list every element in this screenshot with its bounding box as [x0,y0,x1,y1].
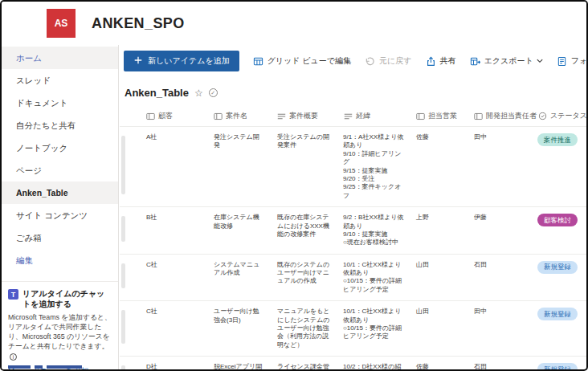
cell-summary: 既存のシステムのユーザー向けマニュアルの作成 [267,259,333,295]
cell-dev_lead: 田中 [463,132,528,200]
cell-sales: 山田 [406,259,463,295]
cell-customer: C社 [136,259,203,295]
status-badge: 顧客検討 [537,214,578,226]
column-header-5[interactable]: 担当営業 [406,111,463,121]
export-icon [470,56,480,67]
cell-history: 10/1：C社XX様より依頼あり ○10/15：要件の詳細ヒアリング予定 [333,259,406,295]
sidebar-item-anken-table[interactable]: Anken_Table [2,181,118,204]
row-handle [121,310,125,344]
check-circle-icon: ✓ [209,88,218,97]
teams-icon: T [8,289,18,300]
table-row[interactable]: B社在庫システム機能改修既存の在庫システムにおけるXXX機能の改修案件9/2：B… [120,207,586,255]
cell-customer: C社 [136,306,203,349]
sidebar-item-edit[interactable]: 編集 [2,249,118,271]
cell-summary: ライセンス課金管理をExcelで現在実施している部分をアプリ化 [267,361,333,369]
teams-promo-description: Microsoft Teams を追加すると、リアルタイムで共同作業したり、Mi… [8,312,112,361]
cell-sales: 佐藤 [406,361,463,369]
status-badge: 新規登録 [537,308,578,320]
column-label: 経緯 [356,111,370,121]
sidebar-item-home[interactable]: ホーム [2,47,118,69]
column-header-2[interactable]: 案件名 [203,111,267,121]
cell-project: ユーザー向け勉強会(3日) [203,306,267,349]
row-handle [121,263,125,289]
cell-history: 9/2：B社XX様より依頼あり 9/10：提案実施 ○現在お客様検討中 [333,212,406,247]
form-icon [557,56,567,67]
table-header-row: 顧客案件名案件概要経緯担当営業開発担当責任者ステータス [120,106,586,127]
cell-status: 新規登録 [528,259,586,295]
share-icon [426,56,436,67]
export-label: エクスポート [484,55,533,67]
export-button[interactable]: エクスポート [470,55,543,67]
cell-summary: 既存の在庫システムにおけるXXX機能の改修案件 [267,212,333,247]
table-row[interactable]: A社発注システム開発受注システムの開発案件9/1：A社XX様より依頼あり 9/1… [120,127,586,207]
table-row[interactable]: D社脱Excelアプリ開発ライセンス課金管理をExcelで現在実施している部分を… [120,357,586,369]
site-logo[interactable]: AS [47,9,76,38]
cell-dev_lead: 石田 [463,361,528,369]
form-button[interactable]: フォーム新規 [557,55,586,67]
cell-project: システムマニュアル作成 [203,259,267,295]
cell-dev_lead: 田中 [463,306,528,349]
table-row[interactable]: C社ユーザー向け勉強会(3日)マニュアルをもとにしたシステムのユーザー向け勉強会… [120,301,586,357]
edit-grid-label: グリッド ビューで編集 [267,55,351,67]
sidebar-item-notebook[interactable]: ノートブック [2,137,118,159]
text-column-icon [214,112,223,120]
cell-dev_lead: 伊藤 [463,212,528,247]
column-label: 担当営業 [428,111,457,121]
teams-promo-title: リアルタイムのチャットを追加する [22,288,112,309]
text-column-icon [416,112,425,120]
row-select-gutter[interactable] [120,212,136,247]
status-badge: 新規登録 [537,261,578,274]
sidebar-item-pages[interactable]: ページ [2,159,118,181]
choice-icon [538,112,547,120]
sidebar-item-recycle-bin[interactable]: ごみ箱 [2,226,118,249]
favorite-star-icon[interactable]: ☆ [194,88,203,98]
cell-project: 脱Excelアプリ開発 [203,361,267,369]
sidebar-item-documents[interactable]: ドキュメント [2,92,118,114]
column-label: ステータス [550,111,586,121]
cell-status: 案件推進 [528,132,586,200]
cell-summary: 受注システムの開発案件 [267,132,333,200]
column-label: 案件概要 [289,111,318,121]
list-table: 顧客案件名案件概要経緯担当営業開発担当責任者ステータス A社発注システム開発受注… [120,106,586,369]
cell-status: 顧客検討 [528,212,586,247]
table-row[interactable]: C社システムマニュアル作成既存のシステムのユーザー向けマニュアルの作成10/1：… [120,255,586,302]
cell-summary: マニュアルをもとにしたシステムのユーザー向け勉強会（利用方法の説明など） [267,306,333,349]
row-select-gutter[interactable] [120,306,136,349]
column-label: 案件名 [226,111,247,121]
share-button[interactable]: 共有 [426,55,456,67]
undo-button[interactable]: 元に戻す [365,55,411,67]
list-title: Anken_Table [125,87,189,99]
main-content: 新しいアイテムを追加グリッド ビューで編集元に戻す共有エクスポートフォーム新規自… [120,45,586,369]
sidebar-item-shared-with-us[interactable]: 自分たちと共有 [2,114,118,137]
row-select-gutter[interactable] [120,132,136,200]
cell-dev_lead: 石田 [463,259,528,295]
column-header-6[interactable]: 開発担当責任者 [463,111,528,121]
teams-promo: T リアルタイムのチャットを追加する Microsoft Teams を追加する… [2,281,118,369]
site-title: ANKEN_SPO [92,15,185,32]
cell-history: 10/2：D社XX様の紹介で●●様より依頼あり ○10/14：要件の詳細ヒアリン… [333,361,406,369]
column-header-4[interactable]: 経緯 [333,111,406,121]
chevron-down-icon [537,59,543,63]
undo-label: 元に戻す [379,55,411,67]
cell-status: 新規登録 [528,306,586,349]
sidebar-item-threads[interactable]: スレッド [2,69,118,92]
sidebar-item-site-contents[interactable]: サイト コンテンツ [2,204,118,226]
status-badge: 案件推進 [537,133,578,146]
row-handle [121,136,125,194]
row-select-gutter[interactable] [120,259,136,295]
cell-sales: 佐藤 [406,132,463,200]
column-header-3[interactable]: 案件概要 [267,111,333,121]
share-label: 共有 [440,55,456,67]
text-column-icon [474,112,483,120]
cell-customer: B社 [136,212,203,247]
new-item-button[interactable]: 新しいアイテムを追加 [124,51,239,71]
column-header-1[interactable]: 顧客 [136,111,203,121]
cell-sales: 上野 [406,212,463,247]
cell-sales: 山田 [406,306,463,349]
row-select-gutter[interactable] [120,361,136,369]
edit-grid-button[interactable]: グリッド ビューで編集 [253,55,351,67]
row-handle [121,365,125,369]
column-header-7[interactable]: ステータス [528,111,586,121]
cut-off-text [8,365,82,369]
column-label: 顧客 [158,111,173,121]
